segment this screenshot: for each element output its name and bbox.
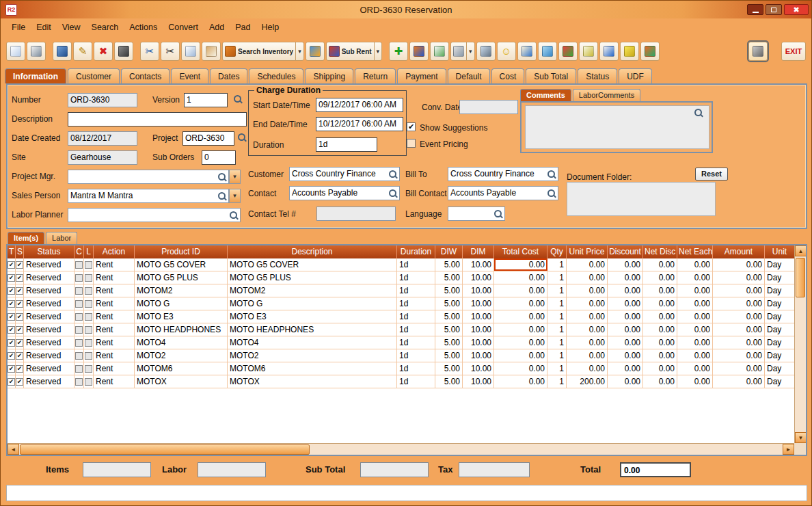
- clock-button[interactable]: [517, 42, 537, 61]
- cell-s[interactable]: ✔: [16, 349, 24, 362]
- column-header-s[interactable]: S: [16, 245, 24, 258]
- t-checkbox[interactable]: ✔: [8, 261, 15, 269]
- cell-qty[interactable]: 1: [547, 284, 567, 297]
- cell-l[interactable]: [84, 375, 94, 388]
- plug-connector-button[interactable]: [748, 42, 768, 61]
- l-checkbox[interactable]: [85, 352, 92, 360]
- customer-lookup-icon[interactable]: [388, 170, 398, 179]
- conv-date-field[interactable]: [459, 100, 518, 114]
- s-checkbox[interactable]: ✔: [16, 287, 23, 295]
- print-report-button[interactable]: [476, 42, 496, 61]
- people-button[interactable]: [409, 42, 429, 61]
- s-checkbox[interactable]: ✔: [16, 365, 23, 373]
- s-checkbox[interactable]: ✔: [16, 300, 23, 308]
- cell-total_cost[interactable]: 0.00: [494, 336, 547, 349]
- cell-amount[interactable]: 0.00: [713, 349, 765, 362]
- t-checkbox[interactable]: ✔: [8, 352, 15, 360]
- cell-c[interactable]: [75, 336, 84, 349]
- cell-net_each[interactable]: 0.00: [677, 349, 713, 362]
- event-pricing-checkbox[interactable]: [407, 139, 416, 148]
- cell-c[interactable]: [75, 271, 84, 284]
- project-mgr-lookup-icon[interactable]: [217, 172, 227, 182]
- cell-product_id[interactable]: MOTO G5 PLUS: [135, 271, 228, 284]
- tab-sub-total[interactable]: Sub Total: [526, 68, 576, 83]
- cell-unit[interactable]: Day: [765, 258, 795, 271]
- cell-c[interactable]: [75, 323, 84, 336]
- cubes-button[interactable]: [558, 42, 578, 61]
- title-bar[interactable]: R2 ORD-3630 Reservation ✖: [1, 1, 811, 18]
- c-checkbox[interactable]: [75, 365, 83, 373]
- cut-button[interactable]: ✂: [161, 42, 180, 61]
- tab-default[interactable]: Default: [448, 68, 490, 83]
- cut-document-button[interactable]: ✂: [140, 42, 159, 61]
- c-checkbox[interactable]: [75, 352, 83, 360]
- cell-qty[interactable]: 1: [547, 336, 567, 349]
- cell-s[interactable]: ✔: [16, 297, 24, 310]
- bill-contact-lookup-icon[interactable]: [547, 189, 556, 198]
- cell-net_disc[interactable]: 0.00: [643, 349, 677, 362]
- table-row[interactable]: ✔✔ReservedRentMOTO4MOTO41d5.0010.000.001…: [8, 336, 806, 349]
- c-checkbox[interactable]: [75, 300, 83, 308]
- cell-product_id[interactable]: MOTO G5 COVER: [135, 258, 228, 271]
- cell-unit_price[interactable]: 0.00: [567, 258, 608, 271]
- cell-net_disc[interactable]: 0.00: [643, 297, 677, 310]
- column-header-discount[interactable]: Discount: [608, 245, 643, 258]
- cell-t[interactable]: ✔: [8, 362, 16, 375]
- cell-unit_price[interactable]: 0.00: [567, 271, 608, 284]
- cell-unit_price[interactable]: 0.00: [567, 362, 608, 375]
- cell-description[interactable]: MOTO G: [228, 297, 397, 310]
- price-list-button[interactable]: [620, 42, 639, 61]
- cell-qty[interactable]: 1: [547, 297, 567, 310]
- tab-labor[interactable]: Labor: [46, 232, 77, 244]
- cell-discount[interactable]: 0.00: [608, 310, 643, 323]
- cell-status[interactable]: Reserved: [24, 336, 75, 349]
- language-field[interactable]: [448, 207, 505, 221]
- cell-t[interactable]: ✔: [8, 258, 16, 271]
- cell-action[interactable]: Rent: [94, 336, 135, 349]
- cell-t[interactable]: ✔: [8, 349, 16, 362]
- cell-c[interactable]: [75, 258, 84, 271]
- notepad-button[interactable]: [579, 42, 598, 61]
- cell-unit[interactable]: Day: [765, 297, 795, 310]
- s-checkbox[interactable]: ✔: [16, 352, 23, 360]
- cell-l[interactable]: [84, 362, 94, 375]
- cell-unit[interactable]: Day: [765, 336, 795, 349]
- edit-note-button[interactable]: [430, 42, 449, 61]
- comments-textarea[interactable]: [525, 105, 709, 149]
- cell-total_cost[interactable]: 0.00: [494, 258, 547, 271]
- cell-duration[interactable]: 1d: [397, 297, 435, 310]
- cell-net_disc[interactable]: 0.00: [643, 362, 677, 375]
- column-header-unit_price[interactable]: Unit Price: [567, 245, 608, 258]
- cell-duration[interactable]: 1d: [397, 349, 435, 362]
- cell-discount[interactable]: 0.00: [608, 284, 643, 297]
- cell-s[interactable]: ✔: [16, 310, 24, 323]
- maximize-button[interactable]: [766, 4, 782, 15]
- project-lookup-icon[interactable]: [237, 133, 247, 142]
- cell-product_id[interactable]: MOTO4: [135, 336, 228, 349]
- cell-dim[interactable]: 10.00: [463, 323, 494, 336]
- tab-dates[interactable]: Dates: [210, 68, 247, 83]
- cell-qty[interactable]: 1: [547, 310, 567, 323]
- tab-shipping[interactable]: Shipping: [305, 68, 353, 83]
- project-mgr-field[interactable]: [68, 170, 229, 184]
- paste-button[interactable]: [202, 42, 221, 61]
- t-checkbox[interactable]: ✔: [8, 378, 15, 386]
- cell-s[interactable]: ✔: [16, 284, 24, 297]
- cell-net_disc[interactable]: 0.00: [643, 336, 677, 349]
- table-row[interactable]: ✔✔ReservedRentMOTO GMOTO G1d5.0010.000.0…: [8, 297, 806, 310]
- l-checkbox[interactable]: [85, 378, 92, 386]
- sales-person-dropdown-button[interactable]: ▼: [229, 189, 241, 203]
- cell-unit_price[interactable]: 0.00: [567, 297, 608, 310]
- column-header-total_cost[interactable]: Total Cost: [494, 245, 547, 258]
- cell-amount[interactable]: 0.00: [713, 297, 765, 310]
- new-document-button[interactable]: [6, 42, 25, 61]
- cell-t[interactable]: ✔: [8, 297, 16, 310]
- cell-status[interactable]: Reserved: [24, 362, 75, 375]
- cell-dim[interactable]: 10.00: [463, 349, 494, 362]
- cell-diw[interactable]: 5.00: [435, 349, 463, 362]
- export-arrow-button[interactable]: [599, 42, 619, 61]
- cell-discount[interactable]: 0.00: [608, 336, 643, 349]
- cell-c[interactable]: [75, 284, 84, 297]
- cell-t[interactable]: ✔: [8, 271, 16, 284]
- cell-amount[interactable]: 0.00: [713, 362, 765, 375]
